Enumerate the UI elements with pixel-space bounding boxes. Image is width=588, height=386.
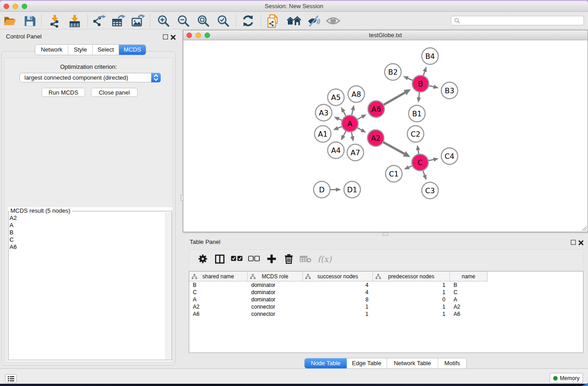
cell-predecessor_nodes[interactable]: 1 — [373, 303, 450, 310]
edge-A2-C[interactable] — [383, 142, 405, 154]
cell-shared_name[interactable]: C — [189, 289, 248, 296]
edge-A-A5[interactable] — [343, 111, 346, 116]
edge-A-A3[interactable] — [338, 119, 342, 120]
control-panel-float-icon[interactable] — [163, 34, 168, 39]
close-panel-button[interactable]: Close panel — [91, 88, 138, 97]
zoom-in-icon-button[interactable] — [156, 13, 171, 29]
export-network-icon-button[interactable] — [91, 13, 107, 29]
edge-A-A8[interactable] — [352, 110, 353, 115]
zoom-out-icon-button[interactable] — [176, 13, 191, 29]
mcds-result-item[interactable]: A — [10, 222, 165, 229]
column-header-name[interactable]: name — [450, 272, 488, 281]
zoom-fit-icon-button[interactable] — [196, 13, 211, 29]
search-input[interactable] — [460, 17, 583, 24]
edge-A-A1[interactable] — [338, 127, 342, 129]
cell-predecessor_nodes[interactable]: 1 — [373, 310, 450, 318]
mcds-result-item[interactable]: A2 — [10, 214, 165, 222]
control-panel-close-icon[interactable] — [170, 34, 176, 40]
select-all-icon-button[interactable] — [230, 252, 244, 266]
table-tab-network-table[interactable]: Network Table — [387, 358, 438, 368]
cell-name[interactable]: C — [450, 289, 488, 296]
refresh-icon-button[interactable] — [240, 13, 256, 29]
export-image-icon-button[interactable] — [130, 13, 145, 29]
edge-B-B2[interactable] — [407, 78, 413, 81]
tab-select[interactable]: Select — [93, 45, 119, 55]
toggle-panel-layout-icon-button[interactable] — [213, 252, 226, 266]
delete-table-icon-button[interactable] — [299, 252, 312, 266]
cell-successor_nodes[interactable]: 4 — [303, 281, 373, 289]
cell-shared_name[interactable]: A6 — [189, 310, 248, 318]
mcds-result-item[interactable]: A6 — [10, 243, 165, 251]
table-tab-edge-table[interactable]: Edge Table — [347, 358, 387, 368]
cell-mcds_role[interactable]: dominator — [248, 296, 303, 303]
mcds-result-scrollbar[interactable] — [165, 212, 172, 360]
memory-button[interactable]: Memory — [550, 373, 583, 383]
bottom-split-divider-handle[interactable] — [382, 233, 388, 236]
table-row-B[interactable]: Bdominator41B — [189, 281, 583, 289]
tab-mcds[interactable]: MCDS — [119, 45, 146, 55]
mcds-result-item[interactable]: C — [10, 236, 165, 243]
edge-B-B4[interactable] — [423, 71, 425, 76]
edge-C-C1[interactable] — [408, 166, 412, 167]
table-tab-node-table[interactable]: Node Table — [305, 358, 347, 368]
table-tab-motifs[interactable]: Motifs — [438, 358, 466, 368]
show-all-icon-button[interactable] — [325, 13, 341, 29]
table-row-A2[interactable]: A2connector11A2 — [189, 303, 583, 310]
cell-predecessor_nodes[interactable]: 1 — [373, 289, 450, 296]
run-mcds-button[interactable]: Run MCDS — [42, 88, 85, 97]
cell-predecessor_nodes[interactable]: 0 — [373, 296, 450, 303]
edge-A6-B[interactable] — [383, 92, 406, 105]
delete-columns-icon-button[interactable] — [282, 252, 296, 266]
import-network-icon-button[interactable] — [47, 13, 62, 29]
edge-A-A7[interactable] — [351, 132, 352, 137]
tab-style[interactable]: Style — [68, 45, 93, 55]
open-session-icon-button[interactable] — [2, 13, 18, 29]
edge-C-C3[interactable] — [423, 170, 425, 176]
save-session-icon-button[interactable] — [22, 13, 37, 29]
column-header-successor-nodes[interactable]: successor nodes — [303, 272, 373, 281]
new-network-from-selection-icon-button[interactable] — [265, 13, 281, 29]
tab-network[interactable]: Network — [35, 45, 68, 55]
edge-C-C2[interactable] — [418, 149, 419, 154]
create-column-icon-button[interactable] — [265, 252, 278, 266]
table-row-A[interactable]: Adominator80A — [189, 296, 583, 303]
show-panels-list-button[interactable] — [5, 374, 17, 383]
hide-selection-icon-button[interactable] — [306, 13, 321, 29]
export-table-icon-button[interactable] — [110, 13, 126, 29]
cell-successor_nodes[interactable]: 8 — [303, 296, 373, 303]
first-neighbors-icon-button[interactable] — [286, 13, 301, 29]
cell-shared_name[interactable]: A — [189, 296, 248, 303]
network-canvas[interactable]: AA1A2A3A4A5A6A7A8BB1B2B3B4CC1C2C3C4DD1 — [183, 41, 588, 232]
edge-C-C4[interactable] — [428, 159, 434, 161]
cell-name[interactable]: A — [450, 296, 488, 303]
cell-mcds_role[interactable]: dominator — [248, 289, 303, 296]
edge-B-B3[interactable] — [429, 86, 434, 87]
cell-mcds_role[interactable]: dominator — [248, 281, 303, 289]
function-builder-button[interactable]: f(x) — [316, 252, 333, 266]
left-split-divider-handle[interactable] — [181, 195, 184, 201]
edge-B-B1[interactable] — [419, 92, 420, 98]
column-header-predecessor-nodes[interactable]: predecessor nodes — [373, 272, 450, 281]
zoom-selected-icon-button[interactable] — [215, 13, 231, 29]
table-row-C[interactable]: Cdominator41C — [189, 289, 583, 296]
table-options-gear-icon-button[interactable] — [196, 252, 210, 266]
criterion-dropdown[interactable]: largest connected component (directed) — [19, 73, 161, 82]
mcds-result-list[interactable]: A2ABCA6 — [10, 214, 165, 359]
import-table-icon-button[interactable] — [67, 13, 82, 29]
cell-name[interactable]: B — [450, 281, 488, 289]
cell-successor_nodes[interactable]: 1 — [303, 303, 373, 310]
edge-A-A4[interactable] — [343, 131, 346, 136]
cell-successor_nodes[interactable]: 1 — [303, 310, 373, 318]
cell-successor_nodes[interactable]: 4 — [303, 289, 373, 296]
cell-predecessor_nodes[interactable]: 1 — [373, 281, 450, 289]
edge-A-A2[interactable] — [357, 128, 362, 130]
window-resize-grip[interactable] — [581, 225, 587, 231]
deselect-all-icon-button[interactable] — [247, 252, 261, 266]
column-header-shared-name[interactable]: shared name — [189, 272, 248, 281]
table-panel-close-icon[interactable] — [578, 240, 584, 246]
edge-A-A6[interactable] — [357, 117, 362, 119]
cell-shared_name[interactable]: A2 — [189, 303, 248, 310]
cell-name[interactable]: A2 — [450, 303, 488, 310]
mcds-result-item[interactable]: B — [10, 229, 165, 236]
table-panel-float-icon[interactable] — [571, 240, 576, 245]
